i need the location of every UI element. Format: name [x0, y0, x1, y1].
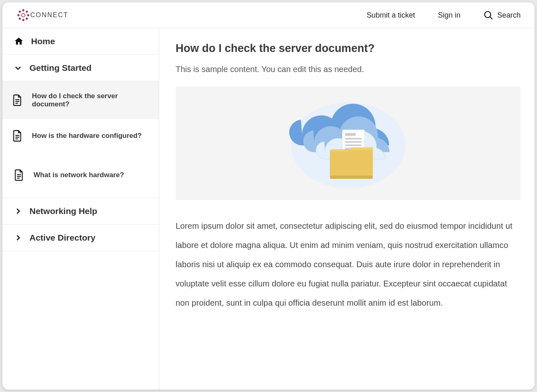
search-icon — [483, 10, 493, 20]
sidebar-item-label: How is the hardware configured? — [32, 132, 142, 140]
sidebar-item-check-server-document[interactable]: How do I check the server document? — [2, 81, 159, 119]
sidebar-home[interactable]: Home — [2, 28, 159, 55]
sidebar-item-network-hardware[interactable]: What is network hardware? — [2, 153, 159, 198]
article-figure — [176, 86, 521, 200]
sign-in-link[interactable]: Sign in — [438, 11, 460, 20]
sidebar-group-label: Active Directory — [29, 233, 95, 243]
article-body: Lorem ipsum dolor sit amet, consectetur … — [176, 216, 521, 313]
sidebar-group-getting-started[interactable]: Getting Started — [2, 55, 159, 81]
brand-logo-icon — [16, 8, 30, 22]
svg-rect-28 — [330, 176, 373, 179]
sidebar-group-label: Getting Started — [29, 63, 92, 73]
svg-rect-27 — [330, 149, 373, 179]
sidebar-group-label: Networking Help — [29, 206, 97, 216]
svg-point-2 — [22, 19, 24, 21]
sidebar-item-label: What is network hardware? — [34, 171, 124, 179]
search-label: Search — [497, 11, 521, 20]
chevron-right-icon — [14, 207, 22, 215]
article: How do I check the server document? This… — [159, 28, 535, 390]
svg-rect-24 — [345, 141, 361, 143]
sidebar-group-active-directory[interactable]: Active Directory — [2, 225, 159, 251]
svg-point-7 — [19, 18, 21, 20]
article-intro: This is sample content. You can edit thi… — [176, 65, 521, 74]
svg-rect-23 — [345, 138, 361, 140]
sidebar-subgroup-getting-started: How do I check the server document? How … — [2, 81, 159, 198]
svg-line-10 — [490, 17, 492, 19]
sidebar-home-label: Home — [31, 36, 55, 46]
svg-point-6 — [26, 11, 28, 13]
document-icon — [12, 94, 23, 106]
article-title: How do I check the server document? — [176, 42, 521, 55]
app-window: CONNECT Submit a ticket Sign in Search — [2, 2, 535, 390]
svg-rect-25 — [345, 144, 361, 146]
sidebar: Home Getting Started — [2, 28, 159, 390]
brand-text: CONNECT — [30, 11, 68, 19]
svg-point-1 — [22, 9, 24, 11]
sidebar-item-hardware-configured[interactable]: How is the hardware configured? — [2, 119, 159, 153]
brand[interactable]: CONNECT — [16, 8, 68, 22]
svg-point-8 — [26, 18, 28, 20]
chevron-right-icon — [14, 234, 22, 242]
svg-point-0 — [22, 14, 25, 17]
svg-point-5 — [19, 11, 21, 13]
main: Home Getting Started — [2, 28, 535, 390]
document-icon — [12, 130, 23, 142]
header-actions: Submit a ticket Sign in Search — [367, 10, 521, 20]
chevron-down-icon — [14, 64, 22, 72]
sidebar-group-networking-help[interactable]: Networking Help — [2, 198, 159, 225]
svg-rect-22 — [345, 133, 356, 136]
cloud-folder-illustration-icon — [287, 96, 410, 190]
sidebar-item-label: How do I check the server document? — [32, 92, 151, 108]
svg-point-4 — [27, 14, 29, 16]
submit-ticket-link[interactable]: Submit a ticket — [367, 11, 415, 20]
svg-point-3 — [18, 14, 20, 16]
document-icon — [14, 169, 25, 181]
home-icon — [14, 36, 24, 46]
search-button[interactable]: Search — [483, 10, 521, 20]
svg-point-9 — [485, 11, 491, 18]
header: CONNECT Submit a ticket Sign in Search — [2, 2, 535, 28]
